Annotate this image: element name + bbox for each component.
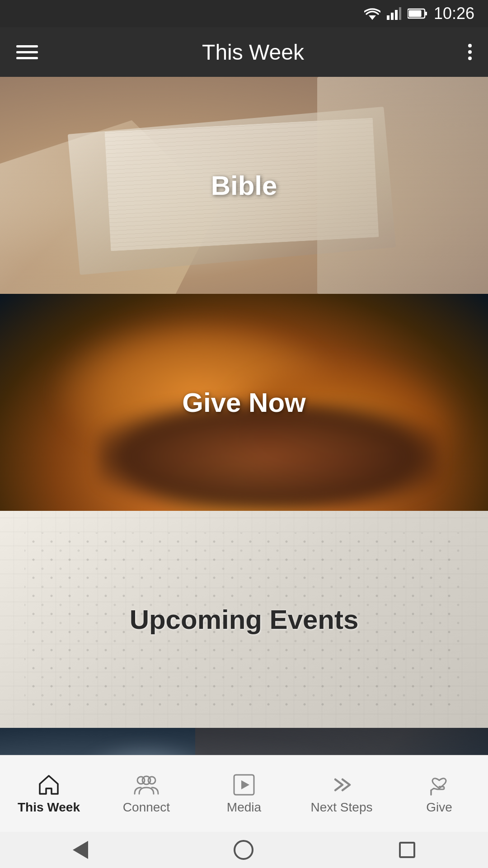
more-options-button[interactable] [468,44,472,60]
svg-rect-6 [425,12,427,15]
svg-rect-3 [395,10,398,20]
system-nav-bar [0,832,488,868]
hamburger-menu-button[interactable] [16,45,38,59]
nav-label-connect: Connect [123,800,170,815]
nav-label-next-steps: Next Steps [311,800,373,815]
heart-hand-icon [427,773,452,797]
svg-point-10 [142,776,150,784]
bible-label: Bible [211,170,277,201]
home-icon [37,773,61,797]
nav-label-media: Media [227,800,261,815]
svg-rect-7 [408,10,421,17]
give-now-card[interactable]: Give Now [0,294,488,511]
svg-rect-4 [399,7,401,20]
svg-rect-1 [387,15,389,20]
app-bar-title: This Week [202,40,304,65]
recent-apps-button[interactable] [399,842,415,858]
battery-icon [408,8,427,19]
home-circle-icon [234,840,253,860]
nav-label-this-week: This Week [18,800,80,815]
nav-item-media[interactable]: Media [195,766,293,822]
people-icon [133,773,160,797]
wifi-icon [364,7,380,20]
bible-blanket-decoration [317,77,488,294]
home-button[interactable] [234,840,253,860]
bible-study-card[interactable]: Bible Study [0,728,488,755]
bottom-nav: This Week Connect Media Next Steps [0,755,488,832]
nav-label-give: Give [426,800,452,815]
forward-icon [330,773,353,797]
nav-item-this-week[interactable]: This Week [0,766,98,822]
content-area: Bible Give Now Upcoming Events Bible Stu… [0,77,488,755]
signal-icon [387,7,401,20]
play-icon [232,773,256,797]
back-triangle-icon [73,841,88,859]
nav-item-next-steps[interactable]: Next Steps [293,766,390,822]
give-now-label: Give Now [182,387,305,418]
cloud-decoration-3 [98,402,439,511]
nav-item-give[interactable]: Give [390,766,488,822]
status-bar: 10:26 [0,0,488,27]
svg-marker-12 [241,780,249,789]
upcoming-events-label: Upcoming Events [130,604,359,635]
back-button[interactable] [73,841,88,859]
recent-square-icon [399,842,415,858]
svg-rect-2 [391,13,394,20]
status-time: 10:26 [434,4,474,23]
biblestudy-hand-decoration [195,728,488,755]
nav-item-connect[interactable]: Connect [98,766,195,822]
svg-marker-0 [369,15,376,20]
upcoming-events-card[interactable]: Upcoming Events [0,511,488,728]
bible-card[interactable]: Bible [0,77,488,294]
app-bar: This Week [0,27,488,77]
